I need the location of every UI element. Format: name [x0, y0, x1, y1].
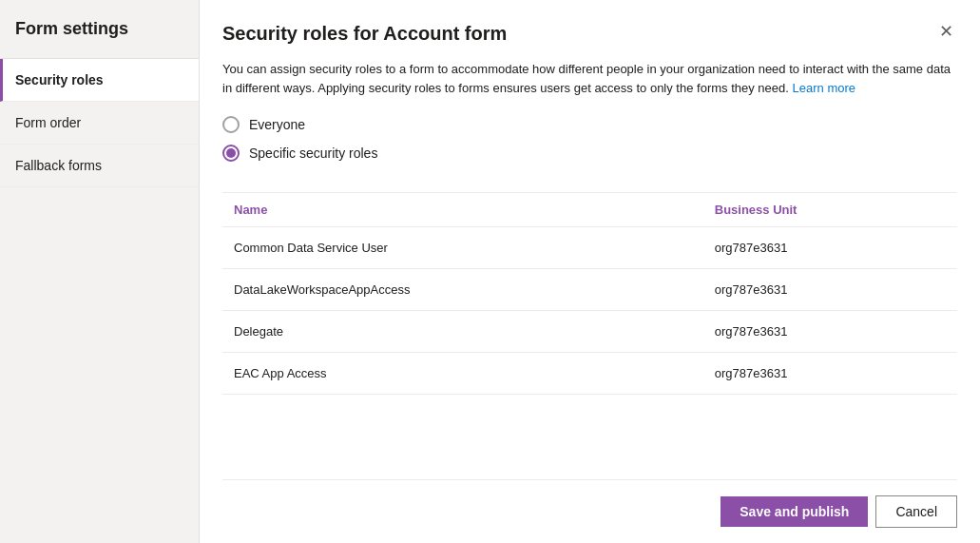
roles-table-wrapper[interactable]: Name Business Unit Common Data Service U… — [222, 192, 957, 480]
learn-more-link[interactable]: Learn more — [793, 81, 855, 95]
row-business-unit: org787e3631 — [703, 269, 957, 311]
footer: Save and publish Cancel — [222, 480, 957, 543]
main-content: Security roles for Account form ✕ You ca… — [200, 0, 980, 543]
dialog-title: Security roles for Account form — [222, 23, 507, 45]
save-and-publish-button[interactable]: Save and publish — [721, 496, 868, 527]
col-business-unit: Business Unit — [703, 193, 957, 227]
table-row: DataLakeWorkspaceAppAccess org787e3631 — [222, 269, 957, 311]
radio-everyone[interactable]: Everyone — [222, 116, 957, 133]
table-row: Delegate org787e3631 — [222, 311, 957, 353]
sidebar-item-fallback-forms[interactable]: Fallback forms — [0, 145, 199, 187]
table-row: Common Data Service User org787e3631 — [222, 227, 957, 269]
cancel-button[interactable]: Cancel — [875, 495, 957, 528]
row-name: Common Data Service User — [222, 227, 703, 269]
table-body: Common Data Service User org787e3631 Dat… — [222, 227, 957, 395]
description-text: You can assign security roles to a form … — [222, 60, 957, 97]
sidebar-item-security-roles[interactable]: Security roles — [0, 59, 199, 102]
radio-group: Everyone Specific security roles — [222, 116, 957, 173]
table-row: EAC App Access org787e3631 — [222, 353, 957, 395]
row-business-unit: org787e3631 — [703, 227, 957, 269]
roles-table: Name Business Unit Common Data Service U… — [222, 193, 957, 395]
radio-everyone-circle — [222, 116, 240, 133]
close-button[interactable]: ✕ — [935, 23, 957, 40]
row-business-unit: org787e3631 — [703, 353, 957, 395]
row-name: DataLakeWorkspaceAppAccess — [222, 269, 703, 311]
dialog-header: Security roles for Account form ✕ — [222, 23, 957, 45]
row-name: Delegate — [222, 311, 703, 353]
radio-everyone-label: Everyone — [249, 117, 305, 132]
radio-specific-label: Specific security roles — [249, 145, 377, 161]
sidebar-item-form-order[interactable]: Form order — [0, 102, 199, 145]
col-name: Name — [222, 193, 703, 227]
table-header: Name Business Unit — [222, 193, 957, 227]
row-name: EAC App Access — [222, 353, 703, 395]
sidebar: Form settings Security roles Form order … — [0, 0, 200, 543]
row-business-unit: org787e3631 — [703, 311, 957, 353]
sidebar-title: Form settings — [0, 0, 199, 59]
radio-specific[interactable]: Specific security roles — [222, 145, 957, 162]
radio-specific-circle — [222, 145, 240, 162]
